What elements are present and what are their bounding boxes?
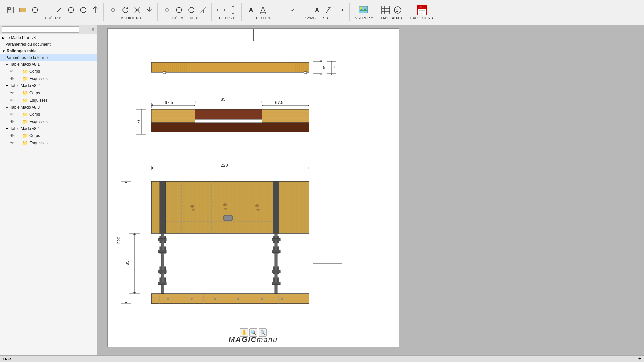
tree-item-table2[interactable]: ▼ Table Mado v8:2 xyxy=(0,82,97,89)
create-icon-8[interactable] xyxy=(90,5,101,15)
exporter-icon-pdf[interactable]: PDF xyxy=(417,5,427,15)
modifier-icon-4[interactable] xyxy=(144,5,155,15)
symboles-label: SYMBOLES xyxy=(305,16,326,20)
toolbar-label-creer[interactable]: CRÉER ▼ xyxy=(45,16,61,20)
toggle-icon: ▼ xyxy=(5,63,9,66)
modifier-icon-1[interactable] xyxy=(108,5,118,15)
toolbar-group-tableaux: 1 TABLEAUX ▼ xyxy=(378,3,406,21)
create-icon-1[interactable] xyxy=(5,5,16,15)
create-icon-3[interactable] xyxy=(30,5,40,15)
svg-rect-127 xyxy=(160,181,166,233)
inserer-icon-1[interactable] xyxy=(358,5,369,15)
texte-icon-3[interactable] xyxy=(270,5,280,15)
svg-rect-120 xyxy=(151,181,309,233)
svg-point-164 xyxy=(214,298,216,300)
geometrie-label: GÉOMÉTRIE xyxy=(172,16,195,20)
search-input[interactable] xyxy=(2,26,79,33)
tree-item-params-doc[interactable]: Paramètres du document xyxy=(0,41,97,48)
svg-rect-72 xyxy=(304,72,307,74)
tree-item-corps4[interactable]: 👁 📁 Corps xyxy=(0,132,97,139)
toolbar-label-exporter[interactable]: EXPORTER ▼ xyxy=(410,16,434,20)
svg-point-46 xyxy=(360,7,362,9)
texte-icon-2[interactable] xyxy=(258,5,268,15)
tree-item-table3[interactable]: ▼ Table Mado v8:3 xyxy=(0,104,97,111)
svg-text:220: 220 xyxy=(221,163,228,168)
symboles-icon-3[interactable]: A xyxy=(312,5,322,15)
zoom-in-icon[interactable]: 🔍 xyxy=(249,328,257,337)
canvas-area[interactable]: 5 7 7 67.5 8 xyxy=(97,25,644,355)
tree-item-table4[interactable]: ▼ Table Mado v8:4 xyxy=(0,125,97,132)
toolbar-label-geometrie[interactable]: GÉOMÉTRIE ▼ xyxy=(172,16,198,20)
folder-icon: 📁 xyxy=(22,119,28,124)
create-icon-2[interactable] xyxy=(17,5,28,15)
svg-point-132 xyxy=(224,208,227,210)
toggle-icon: ▼ xyxy=(5,84,9,88)
toolbar-label-tableaux[interactable]: TABLEAUX ▼ xyxy=(381,16,403,20)
modifier-icon-3[interactable] xyxy=(132,5,143,15)
tree-item-corps2[interactable]: 👁 📁 Corps xyxy=(0,89,97,97)
tree-item-esquisses3[interactable]: 👁 📁 Esquisses xyxy=(0,118,97,125)
create-icon-5[interactable] xyxy=(54,5,64,15)
toolbar-label-inserer[interactable]: INSÉRER ▼ xyxy=(354,16,373,20)
symboles-icon-5[interactable] xyxy=(336,5,346,15)
svg-rect-141 xyxy=(158,238,166,241)
tree-item-corps3[interactable]: 👁 📁 Corps xyxy=(0,111,97,118)
toolbar-group-cotes: COTES ▼ xyxy=(213,3,241,21)
toolbar-label-texte[interactable]: TEXTE ▼ xyxy=(255,16,270,20)
geometrie-icon-2[interactable] xyxy=(174,5,184,15)
symboles-icon-2[interactable] xyxy=(300,5,310,15)
tableaux-arrow: ▼ xyxy=(400,17,403,20)
svg-text:PDF: PDF xyxy=(419,5,424,9)
geometrie-icon-3[interactable] xyxy=(186,5,197,15)
tableaux-icon-2[interactable]: 1 xyxy=(392,5,403,15)
geometrie-icon-1[interactable] xyxy=(162,5,172,15)
svg-marker-172 xyxy=(125,302,127,304)
inserer-label: INSÉRER xyxy=(354,16,370,20)
zoom-out-icon[interactable]: 🔍 xyxy=(259,328,267,337)
create-icon-7[interactable] xyxy=(78,5,89,15)
panel-close-button[interactable]: ✕ xyxy=(91,27,95,32)
tree-item-table1[interactable]: ▼ Table Mado v8:1 xyxy=(0,61,97,68)
svg-rect-144 xyxy=(158,282,166,285)
symboles-icon-4[interactable] xyxy=(324,5,334,15)
tree-item-esquisses1[interactable]: 👁 📁 Esquisses xyxy=(0,75,97,82)
geometrie-icon-4[interactable] xyxy=(198,5,209,15)
add-tab-button[interactable]: + xyxy=(638,356,641,362)
toolbar-group-symboles: ✓ A S xyxy=(285,3,350,21)
svg-point-166 xyxy=(261,298,263,300)
eye-icon: 👁 xyxy=(10,76,14,81)
eye-icon: 👁 xyxy=(10,119,14,124)
texte-icon-1[interactable]: A xyxy=(246,5,256,15)
panel-header: ✕ xyxy=(0,25,97,34)
tree-item-esquisses4[interactable]: 👁 📁 Esquisses xyxy=(0,139,97,147)
svg-rect-2 xyxy=(19,8,26,12)
tableaux-icon-1[interactable] xyxy=(380,5,391,15)
tree-item-params-feuille[interactable]: Paramètres de la feuille xyxy=(0,54,97,61)
tree-text: Table Mado v8:3 xyxy=(10,105,40,110)
tree-item-rallonges[interactable]: ▼ Rallonges table xyxy=(0,48,97,54)
folder-icon: 📁 xyxy=(22,90,28,96)
eye-icon: 👁 xyxy=(10,90,14,95)
modifier-icon-2[interactable] xyxy=(120,5,130,15)
cotes-icon-2[interactable] xyxy=(228,5,238,15)
hand-tool-icon[interactable]: ✋ xyxy=(240,328,248,337)
tree-item-corps1[interactable]: 👁 📁 Corps xyxy=(0,68,97,75)
svg-text:220: 220 xyxy=(116,237,121,244)
svg-text:7: 7 xyxy=(137,119,140,124)
symboles-icon-1[interactable]: ✓ xyxy=(287,5,298,15)
create-icon-6[interactable] xyxy=(66,5,76,15)
svg-marker-94 xyxy=(151,104,153,106)
tree-item-esquisses2[interactable]: 👁 📁 Esquisses xyxy=(0,97,97,104)
toolbar-label-cotes[interactable]: COTES ▼ xyxy=(219,16,235,20)
cotes-icon-1[interactable] xyxy=(216,5,226,15)
svg-marker-171 xyxy=(125,181,127,183)
toolbar-label-symboles[interactable]: SYMBOLES ▼ xyxy=(305,16,329,20)
tree-item-madobplan[interactable]: ▶ le Mado Plan v8 xyxy=(0,34,97,41)
toolbar-label-modifier[interactable]: MODIFIER ▼ xyxy=(120,16,142,20)
create-icon-4[interactable] xyxy=(42,5,52,15)
svg-point-163 xyxy=(191,298,193,300)
svg-rect-118 xyxy=(151,123,309,126)
svg-rect-36 xyxy=(272,7,278,13)
toggle-icon: ▼ xyxy=(5,127,9,131)
corps1-label: Corps xyxy=(29,69,40,74)
